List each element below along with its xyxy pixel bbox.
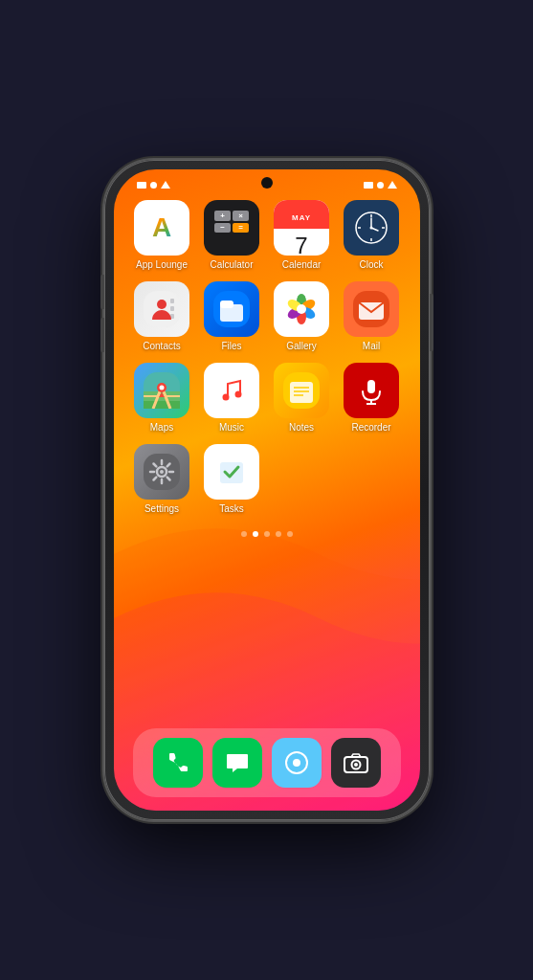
status-triangle-right: [388, 181, 397, 189]
calc-btn-2: ×: [233, 211, 249, 221]
app-item-settings[interactable]: Settings: [133, 444, 191, 514]
app-label-notes: Notes: [289, 422, 314, 433]
app-item-clock[interactable]: Clock: [343, 200, 401, 270]
app-icon-calendar: MAY 7: [274, 200, 329, 256]
camera-svg: [342, 748, 370, 777]
dock-icon-phone[interactable]: [153, 738, 203, 788]
svg-rect-15: [220, 301, 233, 308]
camera-notch: [261, 177, 273, 189]
app-item-notes[interactable]: Notes: [273, 363, 331, 433]
app-icon-tasks: [204, 444, 259, 500]
files-svg: [213, 291, 250, 327]
calendar-header: MAY: [274, 200, 329, 229]
page-dot-1[interactable]: [241, 531, 247, 537]
data-icon: [161, 181, 170, 189]
app-icon-recorder: [344, 363, 399, 418]
volume-down-button[interactable]: [100, 318, 104, 352]
app-label-files: Files: [221, 341, 241, 351]
power-button[interactable]: [430, 294, 433, 351]
app-icon-calculator: + × − =: [204, 200, 259, 256]
app-icon-notes: [274, 363, 329, 418]
calendar-day: 7: [295, 233, 307, 256]
app-icon-music: [204, 363, 259, 418]
music-svg: [213, 372, 250, 409]
calc-btn-4: =: [233, 223, 249, 234]
app-item-app-lounge[interactable]: A App Lounge: [133, 200, 191, 270]
calc-btn-3: −: [214, 223, 231, 234]
app-label-clock: Clock: [359, 259, 383, 270]
app-label-music: Music: [219, 422, 244, 433]
app-label-tasks: Tasks: [219, 503, 244, 514]
page-dot-3[interactable]: [264, 531, 270, 537]
app-grid: A App Lounge + × − = Calculator: [114, 192, 420, 522]
phone-svg: [164, 748, 192, 777]
dock-icon-messages[interactable]: [212, 738, 262, 788]
app-icon-app-lounge: A: [134, 200, 189, 256]
app-item-calculator[interactable]: + × − = Calculator: [203, 200, 261, 270]
app-item-maps[interactable]: Maps: [133, 363, 191, 433]
messages-svg: [223, 748, 252, 777]
phone-frame: A App Lounge + × − = Calculator: [104, 160, 430, 820]
app-label-calendar: Calendar: [282, 259, 322, 270]
status-square-right: [364, 182, 373, 189]
tasks-svg: [213, 454, 250, 490]
app-icon-clock: [344, 200, 399, 256]
svg-point-33: [235, 391, 242, 398]
svg-rect-28: [144, 401, 180, 409]
maps-svg: [144, 372, 180, 409]
recorder-svg: [353, 372, 389, 409]
app-item-tasks[interactable]: Tasks: [203, 444, 261, 514]
app-item-gallery[interactable]: Gallery: [273, 281, 331, 351]
svg-point-60: [354, 763, 358, 767]
app-item-contacts[interactable]: Contacts: [133, 281, 191, 351]
page-dot-2[interactable]: [253, 531, 258, 537]
app-label-mail: Mail: [363, 341, 380, 351]
dock-icon-browser[interactable]: [272, 738, 322, 788]
page-dot-4[interactable]: [276, 531, 281, 537]
gallery-svg: [282, 290, 321, 328]
app-item-mail[interactable]: Mail: [343, 281, 401, 351]
app-icon-files: [204, 281, 259, 337]
volume-up-button[interactable]: [100, 275, 104, 309]
contacts-svg: [144, 291, 180, 327]
app-label-gallery: Gallery: [286, 341, 317, 351]
mail-svg: [353, 291, 389, 327]
dock-icon-camera[interactable]: [331, 738, 381, 788]
svg-point-45: [160, 470, 164, 474]
page-dots: [114, 531, 420, 537]
status-left: [137, 181, 170, 189]
browser-svg: [282, 748, 311, 777]
page-dot-5[interactable]: [287, 531, 293, 537]
svg-point-32: [223, 394, 230, 401]
signal-icon: [137, 182, 146, 189]
status-right: [364, 181, 397, 189]
app-label-settings: Settings: [144, 503, 179, 514]
app-lounge-logo: A: [152, 212, 171, 243]
app-label-maps: Maps: [150, 422, 173, 433]
app-icon-mail: [344, 281, 399, 337]
svg-point-12: [157, 300, 167, 309]
app-icon-gallery: [274, 281, 329, 337]
status-dot-right: [377, 182, 384, 189]
app-label-app-lounge: App Lounge: [136, 259, 188, 270]
app-item-calendar[interactable]: MAY 7 Calendar: [273, 200, 331, 270]
dock: [133, 728, 401, 797]
calendar-month: MAY: [292, 213, 311, 222]
calendar-day-container: 7: [295, 229, 307, 256]
app-label-calculator: Calculator: [210, 259, 253, 270]
notes-svg: [283, 372, 320, 409]
app-item-music[interactable]: Music: [203, 363, 261, 433]
svg-rect-35: [290, 382, 313, 403]
phone-screen: A App Lounge + × − = Calculator: [114, 169, 420, 811]
svg-rect-40: [367, 380, 375, 393]
app-icon-maps: [134, 363, 189, 418]
svg-point-57: [293, 759, 300, 767]
calculator-grid: + × − =: [214, 211, 249, 245]
svg-rect-31: [213, 372, 250, 409]
app-item-recorder[interactable]: Recorder: [343, 363, 401, 433]
svg-rect-9: [170, 299, 174, 303]
app-icon-settings: [134, 444, 189, 500]
settings-svg: [144, 454, 180, 490]
app-item-files[interactable]: Files: [203, 281, 261, 351]
svg-line-7: [371, 228, 378, 231]
